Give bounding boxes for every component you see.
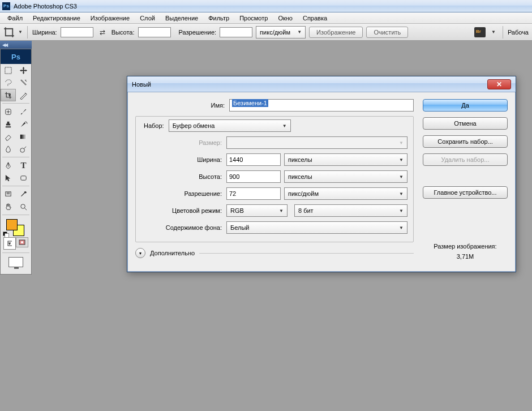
resolution-input[interactable]	[220, 27, 252, 37]
path-select-tool-icon[interactable]	[1, 172, 16, 184]
zoom-tool-icon[interactable]	[16, 200, 31, 213]
menu-layer[interactable]: Слой	[135, 14, 160, 23]
history-brush-tool-icon[interactable]	[16, 118, 31, 130]
quickmask-mode-icon[interactable]	[16, 237, 28, 247]
preset-label: Набор:	[141, 122, 169, 129]
brush-tool-icon[interactable]	[16, 105, 31, 118]
gradient-tool-icon[interactable]	[16, 130, 31, 143]
width-unit-select[interactable]: пикселы	[284, 153, 407, 166]
wand-tool-icon[interactable]	[16, 76, 31, 89]
standard-mode-icon[interactable]	[3, 237, 16, 250]
height-input[interactable]	[226, 170, 281, 183]
pen-tool-icon[interactable]	[1, 159, 16, 172]
chevron-down-icon[interactable]: ▼	[491, 29, 496, 35]
background-select[interactable]: Белый	[226, 221, 407, 234]
image-size-value: 3,71M	[423, 252, 508, 262]
palette-collapse-handle[interactable]	[0, 41, 32, 49]
chevron-down-icon[interactable]: ▼	[18, 29, 23, 35]
height-input[interactable]	[138, 27, 171, 37]
tool-palette: Ps T	[0, 49, 32, 275]
menu-image[interactable]: Изображение	[85, 14, 135, 23]
height-label: Высота:	[111, 29, 135, 36]
device-central-button[interactable]: Главное устройство...	[423, 186, 508, 199]
blur-tool-icon[interactable]	[1, 143, 16, 155]
heal-tool-icon[interactable]	[1, 105, 16, 118]
stamp-tool-icon[interactable]	[1, 118, 16, 130]
dialog-titlebar[interactable]: Новый ✕	[127, 76, 516, 92]
height-label: Высота:	[141, 173, 226, 180]
new-document-dialog: Новый ✕ Имя: Безимени-1 Набор: Буфер обм…	[127, 76, 516, 272]
save-preset-button[interactable]: Сохранить набор...	[423, 135, 508, 148]
svg-rect-7	[8, 241, 12, 246]
eraser-tool-icon[interactable]	[1, 130, 16, 143]
marquee-tool-icon[interactable]	[1, 64, 16, 76]
colormode-label: Цветовой режим:	[141, 207, 226, 214]
size-label: Размер:	[141, 139, 226, 146]
color-swatches[interactable]	[1, 217, 31, 236]
dodge-tool-icon[interactable]	[16, 143, 31, 155]
menu-select[interactable]: Выделение	[160, 14, 203, 23]
ok-button[interactable]: Да	[423, 99, 508, 112]
menu-window[interactable]: Окно	[273, 14, 298, 23]
option-bar: ▼ Ширина: Высота: Разрешение: пикс/дюйм …	[0, 24, 532, 41]
divider	[199, 253, 414, 254]
svg-point-6	[21, 204, 25, 208]
notes-tool-icon[interactable]	[1, 188, 16, 200]
preset-select[interactable]: Буфер обмена	[169, 119, 291, 132]
hand-tool-icon[interactable]	[1, 200, 16, 213]
menu-file[interactable]: Файл	[2, 14, 28, 23]
screen-mode-icon[interactable]	[8, 257, 23, 267]
advanced-toggle-icon[interactable]: ▾	[135, 248, 145, 258]
svg-point-9	[21, 241, 23, 243]
close-button[interactable]: ✕	[487, 79, 511, 89]
crop-tool-icon[interactable]	[1, 89, 16, 101]
resolution-unit-select[interactable]: пикс/дюйм	[284, 187, 407, 200]
clear-button[interactable]: Очистить	[366, 27, 408, 38]
width-input[interactable]	[61, 27, 93, 37]
colordepth-select[interactable]: 8 бит	[294, 204, 407, 217]
cancel-button[interactable]: Отмена	[423, 117, 508, 130]
default-colors-icon[interactable]	[3, 232, 8, 237]
delete-preset-button: Удалить набор...	[423, 153, 508, 166]
svg-rect-2	[20, 134, 27, 139]
svg-rect-0	[5, 67, 11, 73]
resolution-unit-select[interactable]: пикс/дюйм	[256, 26, 306, 38]
menu-view[interactable]: Просмотр	[234, 14, 273, 23]
dialog-title: Новый	[132, 81, 487, 88]
menu-filter[interactable]: Фильтр	[203, 14, 234, 23]
name-input[interactable]: Безимени-1	[229, 99, 414, 112]
size-select	[226, 136, 407, 149]
advanced-label[interactable]: Дополнительно	[150, 250, 195, 256]
height-unit-select[interactable]: пикселы	[284, 170, 407, 183]
width-input[interactable]	[226, 153, 281, 166]
slice-tool-icon[interactable]	[16, 89, 31, 101]
menu-help[interactable]: Справка	[298, 14, 332, 23]
shape-tool-icon[interactable]	[16, 172, 31, 184]
image-size-label: Размер изображения:	[423, 242, 508, 252]
name-label: Имя:	[135, 102, 229, 109]
width-label: Ширина:	[32, 29, 57, 36]
swap-dimensions-icon[interactable]	[97, 27, 108, 38]
workspace-label[interactable]: Рабоча	[508, 29, 529, 36]
crop-tool-icon[interactable]	[3, 27, 15, 38]
svg-point-3	[20, 148, 25, 152]
resolution-input[interactable]	[226, 187, 281, 200]
type-tool-icon[interactable]: T	[16, 159, 31, 172]
menu-edit[interactable]: Редактирование	[28, 14, 85, 23]
background-label: Содержимое фона:	[141, 224, 226, 231]
app-title: Adobe Photoshop CS3	[14, 3, 77, 10]
image-button[interactable]: Изображение	[309, 27, 363, 38]
preset-fieldset: Набор: Буфер обмена Размер: Ширина: пикс…	[135, 116, 414, 242]
eyedropper-tool-icon[interactable]	[16, 188, 31, 200]
foreground-color-swatch[interactable]	[6, 219, 18, 230]
svg-rect-4	[21, 175, 26, 180]
move-tool-icon[interactable]	[16, 64, 31, 76]
resolution-label: Разрешение:	[179, 29, 217, 36]
titlebar: Ps Adobe Photoshop CS3	[0, 0, 532, 12]
bridge-icon[interactable]	[474, 27, 486, 37]
resolution-label: Разрешение:	[141, 190, 226, 197]
lasso-tool-icon[interactable]	[1, 76, 16, 89]
colormode-select[interactable]: RGB	[226, 204, 288, 217]
width-label: Ширина:	[141, 156, 226, 163]
menubar: Файл Редактирование Изображение Слой Выд…	[0, 12, 532, 24]
